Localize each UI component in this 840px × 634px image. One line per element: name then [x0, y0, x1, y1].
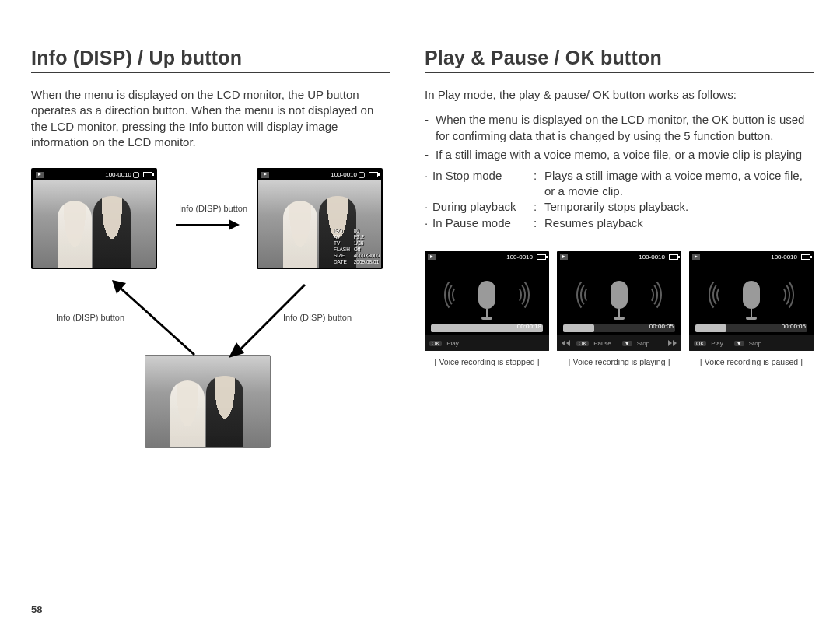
bullet-text: If a still image with a voice memo, a vo… [436, 147, 802, 163]
battery-icon [369, 172, 378, 177]
right-column: Play & Pause / OK button In Play mode, t… [425, 47, 814, 618]
arrow-label: Info (DISP) button [179, 204, 247, 213]
microphone-icon [478, 281, 495, 309]
mode-desc: Temporarily stops playback. [544, 199, 814, 215]
svg-line-0 [117, 285, 194, 355]
voice-lcd-paused: 100-0010 [689, 251, 814, 351]
playback-icon [36, 172, 44, 178]
ok-key-icon: OK [429, 341, 442, 346]
info-disp-diagram: 100-0010 100-0010 [31, 168, 390, 479]
control-label: Pause [593, 340, 611, 347]
voice-lcd-stopped: 100-0010 [425, 251, 549, 351]
voice-caption: [ Voice recording is playing ] [557, 357, 681, 366]
ok-key-icon: OK [694, 341, 706, 346]
progress-fill [695, 324, 726, 332]
arrow-label: Info (DISP) button [283, 313, 352, 322]
intro-right: In Play mode, the play & pause/ OK butto… [425, 87, 814, 103]
mode-row: · In Stop mode : Plays a still image wit… [425, 168, 814, 200]
mode-label: In Stop mode [432, 168, 534, 200]
folder-number: 100-0010 [639, 254, 665, 261]
bullet-item: - If a still image with a voice memo, a … [425, 147, 814, 163]
voice-lcd-row: 100-0010 [425, 251, 814, 351]
folder-number: 100-0010 [771, 254, 797, 261]
control-label: Play [711, 340, 723, 347]
mode-desc: Plays a still image with a voice memo, a… [544, 168, 814, 200]
playback-icon [261, 172, 269, 178]
page-number: 58 [31, 604, 42, 615]
arrow-right-icon [176, 224, 238, 226]
timecode: 00:00:18 [517, 323, 541, 330]
rew-icon [562, 340, 570, 346]
image-info-overlay: ISO 80 AV F3.2 TV 1/30 FLASH Off SIZE 40… [334, 228, 380, 266]
mode-label: In Pause mode [432, 215, 534, 231]
playback-icon [692, 254, 700, 260]
down-key-icon: ▼ [734, 341, 744, 346]
paragraph-left: When the menu is displayed on the LCD mo… [31, 87, 390, 151]
folder-number: 100-0010 [105, 171, 131, 178]
lcd-screenshot-detailed: 100-0010 ISO 80 AV F3.2 TV 1/30 FLASH Of… [257, 168, 383, 269]
left-column: Info (DISP) / Up button When the menu is… [31, 47, 390, 618]
progress-fill [563, 324, 594, 332]
voice-lcd-playing: 100-0010 [557, 251, 681, 351]
heading-right: Play & Pause / OK button [425, 47, 814, 73]
folder-number: 100-0010 [506, 254, 533, 261]
bullet-text: When the menu is displayed on the LCD mo… [436, 112, 814, 144]
battery-icon [801, 254, 810, 260]
battery-icon [669, 254, 678, 260]
voice-memo-icon [133, 172, 139, 178]
ff-icon [668, 340, 677, 346]
mode-label: During playback [432, 199, 534, 215]
timecode: 00:00:05 [782, 323, 806, 330]
bullet-item: - When the menu is displayed on the LCD … [425, 112, 814, 144]
lcd-screenshot-none [145, 355, 271, 448]
ok-key-icon: OK [576, 341, 589, 346]
voice-caption: [ Voice recording is stopped ] [425, 357, 549, 366]
microphone-icon [743, 281, 760, 309]
microphone-icon [611, 281, 628, 309]
folder-number: 100-0010 [331, 171, 357, 178]
playback-icon [560, 254, 568, 260]
timecode: 00:00:05 [649, 323, 674, 330]
voice-memo-icon [359, 172, 365, 178]
battery-icon [537, 254, 546, 260]
svg-marker-3 [229, 342, 244, 358]
control-label: Stop [637, 340, 649, 347]
lcd-screenshot-basic: 100-0010 [31, 168, 157, 269]
mode-row: · In Pause mode : Resumes playback [425, 215, 814, 231]
voice-caption: [ Voice recording is paused ] [689, 357, 814, 366]
mode-row: · During playback : Temporarily stops pl… [425, 199, 814, 215]
mode-desc: Resumes playback [544, 215, 814, 231]
mode-table: · In Stop mode : Plays a still image wit… [425, 168, 814, 232]
caption-row: [ Voice recording is stopped ] [ Voice r… [425, 357, 814, 366]
playback-icon [428, 254, 436, 260]
heading-left: Info (DISP) / Up button [31, 47, 390, 73]
control-label: Stop [749, 340, 761, 347]
battery-icon [143, 172, 152, 177]
control-label: Play [446, 340, 459, 347]
arrow-label: Info (DISP) button [56, 313, 124, 322]
down-key-icon: ▼ [622, 341, 632, 346]
